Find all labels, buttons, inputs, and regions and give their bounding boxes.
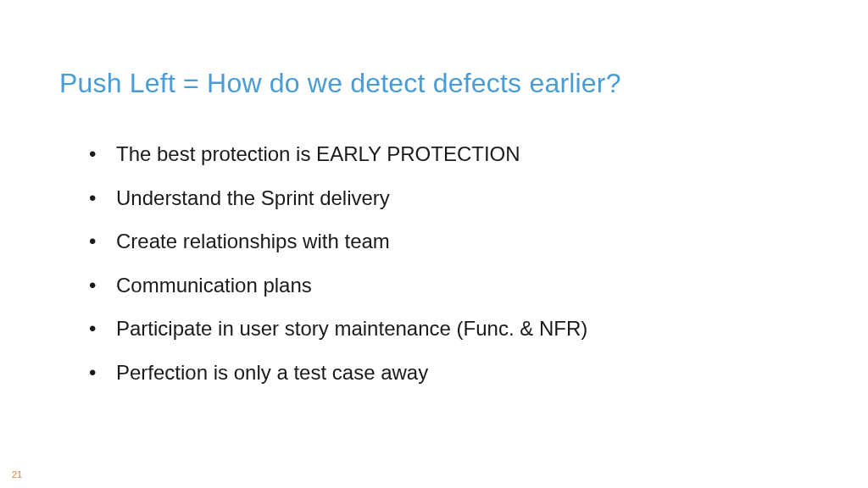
bullet-item: Perfection is only a test case away — [89, 358, 809, 387]
bullet-item: Communication plans — [89, 271, 809, 300]
bullet-item: The best protection is EARLY PROTECTION — [89, 140, 809, 169]
bullet-item: Create relationships with team — [89, 227, 809, 256]
bullet-list: The best protection is EARLY PROTECTION … — [59, 140, 809, 387]
bullet-item: Participate in user story maintenance (F… — [89, 314, 809, 343]
bullet-item: Understand the Sprint delivery — [89, 184, 809, 213]
page-number: 21 — [12, 469, 22, 480]
slide-container: Push Left = How do we detect defects ear… — [0, 0, 868, 488]
slide-title: Push Left = How do we detect defects ear… — [59, 68, 809, 99]
